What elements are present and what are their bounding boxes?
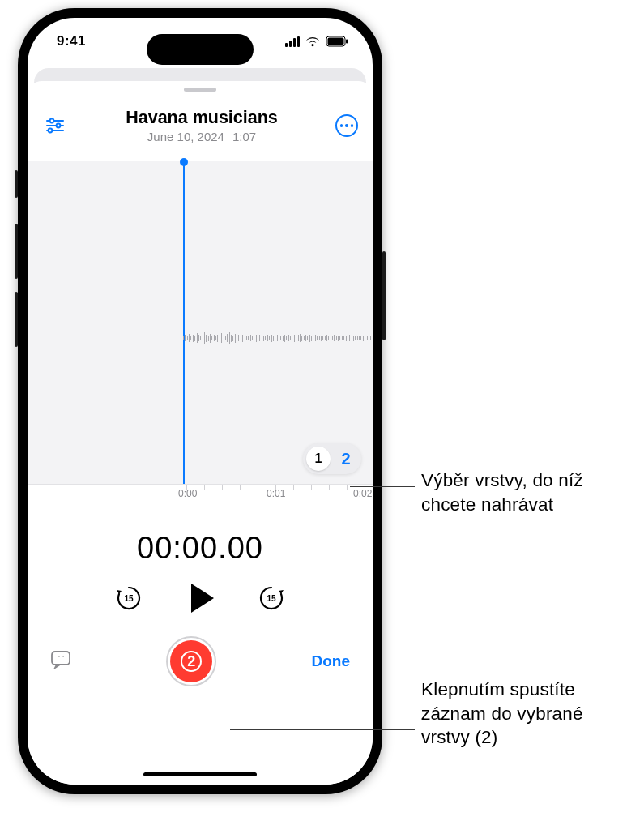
home-indicator[interactable] <box>143 772 257 776</box>
layer-option-2[interactable]: 2 <box>334 447 358 471</box>
transport-controls: 15 15 <box>28 584 373 613</box>
side-button-volume-up <box>15 224 18 279</box>
svg-point-8 <box>49 129 53 133</box>
svg-point-6 <box>57 124 61 128</box>
svg-text:“ ”: “ ” <box>58 654 65 662</box>
svg-text:15: 15 <box>267 594 276 603</box>
recording-subtitle: June 10, 2024 1:07 <box>68 130 335 143</box>
iphone-frame: 9:41 Havana <box>18 8 382 794</box>
recording-title[interactable]: Havana musicians <box>68 108 335 128</box>
battery-icon <box>326 36 348 47</box>
layer-option-1[interactable]: 1 <box>306 447 331 471</box>
callout-leader-line <box>350 486 415 487</box>
svg-rect-2 <box>346 40 348 44</box>
side-button-power <box>382 251 386 340</box>
dynamic-island <box>147 34 254 65</box>
record-layer-badge: 2 <box>181 651 202 672</box>
recording-date: June 10, 2024 <box>147 130 224 143</box>
ruler-tick: 0:00 <box>178 488 197 499</box>
done-button[interactable]: Done <box>312 652 351 670</box>
skip-back-15-button[interactable]: 15 <box>115 584 143 612</box>
callout-layer-select: Výběr vrstvy, do níž chcete nahrávat <box>421 468 632 516</box>
cellular-icon <box>285 36 300 47</box>
play-button[interactable] <box>191 584 214 613</box>
side-button-volume-down <box>15 292 18 347</box>
callout-record-into-layer: Klepnutím spustíte záznam do vybrané vrs… <box>421 678 632 750</box>
waveform-area[interactable]: 1 2 0:00 0:01 0:02 <box>28 161 373 510</box>
recording-sheet: Havana musicians June 10, 2024 1:07 1 2 <box>28 81 373 785</box>
svg-rect-1 <box>328 38 344 45</box>
recording-header: Havana musicians June 10, 2024 1:07 <box>28 92 373 148</box>
timer-display: 00:00.00 <box>28 531 373 566</box>
screen: 9:41 Havana <box>28 18 373 785</box>
bottom-bar: “ ” 2 Done <box>28 640 373 682</box>
wifi-icon <box>305 36 320 47</box>
time-ruler[interactable]: 0:00 0:01 0:02 <box>28 484 373 510</box>
playback-settings-button[interactable] <box>42 113 68 139</box>
record-button[interactable]: 2 <box>170 640 212 682</box>
ruler-tick: 0:01 <box>267 488 285 499</box>
svg-point-4 <box>50 119 54 123</box>
ruler-tick: 0:02 <box>353 488 372 499</box>
transcript-button[interactable]: “ ” <box>50 650 71 673</box>
ellipsis-icon <box>340 124 354 127</box>
more-options-button[interactable] <box>335 114 358 137</box>
recording-duration: 1:07 <box>232 130 256 143</box>
waveform <box>183 322 373 354</box>
callout-leader-line <box>230 729 415 730</box>
svg-text:15: 15 <box>124 594 134 603</box>
layer-selector[interactable]: 1 2 <box>303 443 361 474</box>
side-button-silence <box>15 170 18 198</box>
status-time: 9:41 <box>57 33 86 49</box>
skip-forward-15-button[interactable]: 15 <box>258 584 285 612</box>
